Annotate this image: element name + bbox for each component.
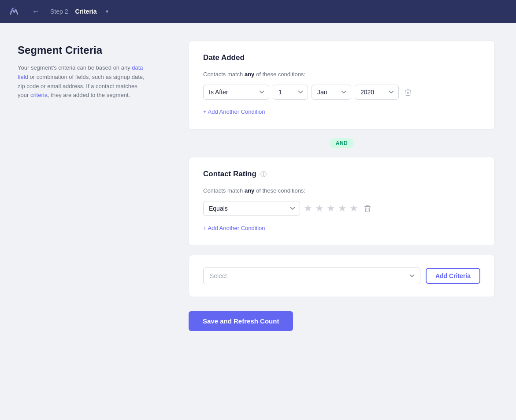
and-divider: AND (189, 138, 495, 148)
date-added-card: Date Added Contacts match any of these c… (189, 41, 495, 130)
delete-date-condition-button[interactable] (402, 86, 414, 98)
add-criteria-button[interactable]: Add Criteria (426, 268, 480, 284)
cr-conditions-any: any (245, 187, 254, 194)
select-criteria-card: Select Add Criteria (189, 255, 495, 297)
select-criteria-row: Select Add Criteria (203, 268, 480, 284)
info-icon: ⓘ (260, 171, 267, 178)
conditions-prefix: Contacts match (203, 71, 245, 78)
star-2[interactable]: ★ (315, 203, 324, 214)
save-refresh-button[interactable]: Save and Refresh Count (189, 311, 293, 331)
date-added-conditions-label: Contacts match any of these conditions: (203, 71, 480, 78)
contact-rating-card: Contact Rating ⓘ Contacts match any of t… (189, 157, 495, 246)
sidebar: Segment Criteria Your segment's criteria… (0, 23, 167, 420)
date-operator-select[interactable]: Is After Is Before Is On Is Between (203, 85, 269, 100)
rating-condition-row: Equals Does Not Equal Is Greater Than Is… (203, 201, 480, 216)
add-rating-condition-button[interactable]: + Add Another Condition (203, 223, 265, 233)
step-label: Step 2 (50, 8, 68, 15)
highlight-criteria: criteria (30, 92, 48, 98)
highlight-data-field: data field (18, 64, 143, 80)
cr-conditions-prefix: Contacts match (203, 187, 245, 194)
cr-conditions-suffix: of these conditions: (254, 187, 305, 194)
add-date-condition-button[interactable]: + Add Another Condition (203, 107, 265, 117)
and-badge: AND (330, 138, 354, 148)
date-month-select[interactable]: JanFebMarApr MayJunJulAug SepOctNovDec (312, 85, 351, 100)
stars-rating: ★ ★ ★ ★ ★ (304, 203, 358, 214)
app-logo (7, 4, 21, 19)
star-4[interactable]: ★ (338, 203, 347, 214)
star-1[interactable]: ★ (304, 203, 312, 214)
contact-rating-conditions-label: Contacts match any of these conditions: (203, 187, 480, 194)
star-3[interactable]: ★ (327, 203, 335, 214)
sidebar-description: Your segment's criteria can be based on … (18, 63, 150, 100)
delete-rating-condition-button[interactable] (362, 203, 373, 214)
add-rating-condition-label: + Add Another Condition (203, 225, 265, 231)
main-content: Date Added Contacts match any of these c… (167, 23, 516, 420)
step-title: Criteria (75, 8, 97, 15)
star-5[interactable]: ★ (349, 203, 358, 214)
chevron-down-icon[interactable]: ▾ (106, 8, 108, 15)
criteria-select[interactable]: Select (203, 268, 420, 284)
date-added-title: Date Added (203, 53, 480, 62)
sidebar-title: Segment Criteria (18, 44, 150, 56)
back-arrow-icon: ← (32, 7, 40, 16)
main-layout: Segment Criteria Your segment's criteria… (0, 23, 516, 420)
date-day-select[interactable]: 12345 678910 15202531 (273, 85, 308, 100)
conditions-any: any (245, 71, 254, 78)
rating-operator-select[interactable]: Equals Does Not Equal Is Greater Than Is… (203, 201, 300, 216)
back-button[interactable]: ← (28, 5, 43, 18)
date-condition-row: Is After Is Before Is On Is Between 1234… (203, 85, 480, 100)
conditions-suffix: of these conditions: (254, 71, 305, 78)
contact-rating-title: Contact Rating ⓘ (203, 170, 480, 178)
add-condition-label: + Add Another Condition (203, 108, 265, 115)
top-navigation: ← Step 2 Criteria ▾ (0, 0, 516, 23)
date-year-select[interactable]: 201820192020 2021202220232024 (355, 85, 399, 100)
